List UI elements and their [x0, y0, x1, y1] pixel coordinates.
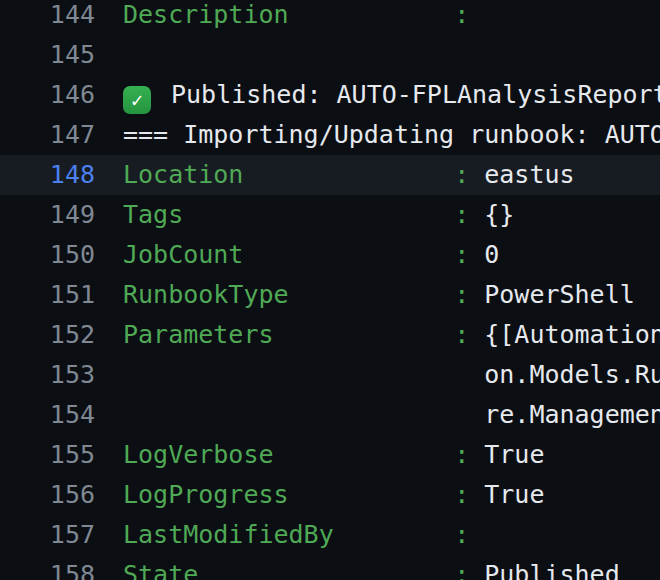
line-number[interactable]: 144: [0, 0, 95, 35]
line-number[interactable]: 152: [0, 315, 95, 355]
line-content: LogProgress : True: [95, 475, 660, 515]
log-line: 145: [0, 35, 660, 75]
line-number[interactable]: 148: [0, 155, 95, 195]
property-name: [123, 360, 484, 389]
property-value: === Importing/Updating runbook: AUTO-: [123, 120, 660, 149]
log-line: 147 === Importing/Updating runbook: AUTO…: [0, 115, 660, 155]
property-value: on.Models.Ru: [484, 360, 660, 389]
line-content: Parameters : {[Automation: [95, 315, 660, 355]
line-content: Location : eastus: [95, 155, 660, 195]
property-name: Tags :: [123, 200, 469, 229]
log-line: 158 State : Published: [0, 555, 660, 580]
property-name: Parameters :: [123, 320, 469, 349]
log-line: 155 LogVerbose : True: [0, 435, 660, 475]
line-number[interactable]: 149: [0, 195, 95, 235]
line-number[interactable]: 145: [0, 35, 95, 75]
line-number[interactable]: 147: [0, 115, 95, 155]
line-content: LastModifiedBy :: [95, 515, 660, 555]
property-value: PowerShell: [469, 280, 635, 309]
log-line: 151 RunbookType : PowerShell: [0, 275, 660, 315]
log-line: 146 ✓Published: AUTO-FPLAnalysisReport: [0, 75, 660, 115]
property-value: Published: [469, 560, 620, 580]
check-glyph: ✓: [131, 86, 143, 114]
line-number[interactable]: 146: [0, 75, 95, 115]
line-number[interactable]: 158: [0, 555, 95, 580]
log-line: 149 Tags : {}: [0, 195, 660, 235]
property-name: Description :: [123, 0, 469, 29]
property-value: {[Automation: [469, 320, 660, 349]
property-name: Location :: [123, 160, 469, 189]
property-value: True: [469, 480, 544, 509]
log-line: 156 LogProgress : True: [0, 475, 660, 515]
line-number[interactable]: 154: [0, 395, 95, 435]
property-name: [123, 400, 484, 429]
line-content: RunbookType : PowerShell: [95, 275, 660, 315]
line-content: ✓Published: AUTO-FPLAnalysisReport: [95, 75, 660, 115]
property-name: LastModifiedBy :: [123, 520, 469, 549]
log-viewport[interactable]: 144 Description : 145 146 ✓Published: AU…: [0, 0, 660, 580]
property-value: eastus: [469, 160, 574, 189]
line-content: JobCount : 0: [95, 235, 660, 275]
property-name: JobCount :: [123, 240, 469, 269]
property-value: True: [469, 440, 544, 469]
line-content: LogVerbose : True: [95, 435, 660, 475]
line-number[interactable]: 156: [0, 475, 95, 515]
property-name: LogVerbose :: [123, 440, 469, 469]
line-number[interactable]: 153: [0, 355, 95, 395]
line-content: on.Models.Ru: [95, 355, 660, 395]
line-number[interactable]: 155: [0, 435, 95, 475]
line-content: re.Management: [95, 395, 660, 435]
line-number[interactable]: 151: [0, 275, 95, 315]
property-name: RunbookType :: [123, 280, 469, 309]
property-value: Published: AUTO-FPLAnalysisReport: [171, 80, 660, 109]
line-content: State : Published: [95, 555, 660, 580]
log-line: 153 on.Models.Ru: [0, 355, 660, 395]
log-line: 148 Location : eastus: [0, 155, 660, 195]
log-lines: 144 Description : 145 146 ✓Published: AU…: [0, 0, 660, 580]
log-line: 152 Parameters : {[Automation: [0, 315, 660, 355]
line-content: [95, 35, 660, 75]
property-name: State :: [123, 560, 469, 580]
log-line: 150 JobCount : 0: [0, 235, 660, 275]
property-value: 0: [469, 240, 499, 269]
line-content: === Importing/Updating runbook: AUTO-: [95, 115, 660, 155]
log-line: 144 Description :: [0, 0, 660, 35]
published-check-icon: ✓: [123, 86, 151, 114]
log-line: 154 re.Management: [0, 395, 660, 435]
line-number[interactable]: 150: [0, 235, 95, 275]
line-content: Description :: [95, 0, 660, 35]
property-value: re.Management: [484, 400, 660, 429]
property-name: LogProgress :: [123, 480, 469, 509]
log-line: 157 LastModifiedBy :: [0, 515, 660, 555]
property-value: {}: [469, 200, 514, 229]
line-content: Tags : {}: [95, 195, 660, 235]
line-number[interactable]: 157: [0, 515, 95, 555]
